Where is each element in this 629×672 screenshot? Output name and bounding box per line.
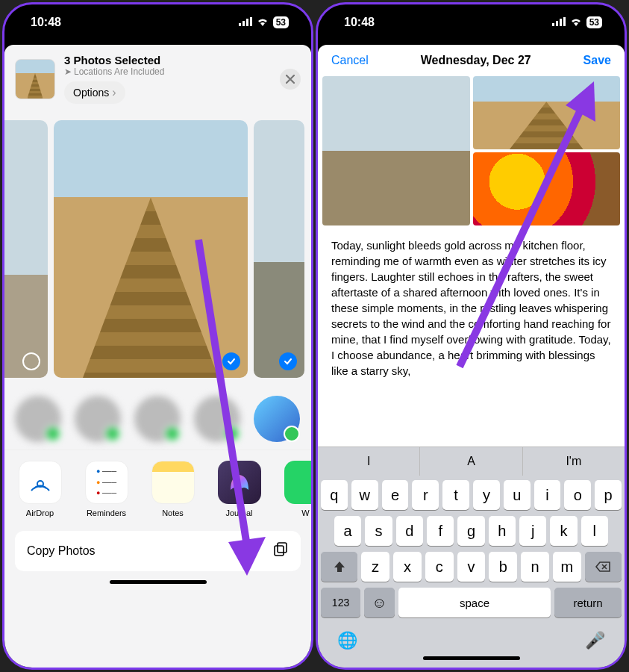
key-r[interactable]: r: [412, 480, 439, 510]
suggestion[interactable]: A: [420, 447, 522, 476]
contact-avatar[interactable]: [254, 396, 300, 442]
key-d[interactable]: d: [396, 516, 423, 546]
status-time: 10:48: [344, 16, 375, 29]
reminders-icon: ● ───● ───● ───: [85, 461, 128, 504]
key-f[interactable]: f: [427, 516, 454, 546]
share-subtitle: ➤ Locations Are Included: [64, 66, 271, 77]
selected-check-icon[interactable]: [222, 352, 240, 370]
entry-photo-grid[interactable]: [318, 76, 625, 225]
key-o[interactable]: o: [564, 480, 591, 510]
home-indicator[interactable]: [423, 656, 520, 660]
phone-right-journal-entry: 10:48 53 Cancel Wednesday, Dec 27 Save T…: [316, 2, 627, 670]
photo-selection-row[interactable]: [4, 113, 311, 388]
airdrop-contacts-row[interactable]: [4, 388, 311, 450]
keyboard-suggestions: I A I'm: [318, 447, 625, 476]
svg-rect-0: [239, 23, 241, 26]
svg-rect-5: [275, 546, 284, 556]
status-bar: 10:48 53: [4, 4, 311, 40]
svg-rect-7: [552, 23, 554, 26]
key-s[interactable]: s: [365, 516, 392, 546]
contact-avatar[interactable]: [134, 396, 181, 442]
entry-date-title: Wednesday, Dec 27: [421, 54, 531, 67]
journal-icon: [218, 461, 261, 504]
whatsapp-icon: [284, 461, 312, 504]
space-key[interactable]: space: [398, 588, 551, 617]
wifi-icon: [569, 16, 583, 29]
airdrop-icon: [19, 461, 62, 504]
numbers-key[interactable]: 123: [321, 588, 360, 617]
svg-rect-6: [278, 543, 287, 553]
key-u[interactable]: u: [504, 480, 531, 510]
key-b[interactable]: b: [489, 552, 517, 582]
battery-indicator: 53: [273, 16, 289, 28]
key-p[interactable]: p: [595, 480, 622, 510]
entry-text-body[interactable]: Today, sunlight bleeds gold across my ki…: [318, 225, 625, 447]
contact-avatar[interactable]: [194, 396, 240, 442]
app-airdrop[interactable]: AirDrop: [10, 461, 69, 517]
svg-rect-3: [250, 17, 252, 26]
suggestion[interactable]: I'm: [523, 447, 625, 476]
key-j[interactable]: j: [519, 516, 546, 546]
photo-thumbnail[interactable]: [254, 120, 304, 378]
key-w[interactable]: w: [351, 480, 378, 510]
save-button[interactable]: Save: [583, 54, 611, 67]
suggestion[interactable]: I: [318, 447, 420, 476]
key-l[interactable]: l: [581, 516, 608, 546]
key-g[interactable]: g: [457, 516, 484, 546]
location-arrow-icon: ➤: [64, 66, 72, 77]
entry-photo[interactable]: [322, 76, 470, 225]
journal-editor: Cancel Wednesday, Dec 27 Save Today, sun…: [318, 45, 625, 668]
status-bar: 10:48 53: [318, 4, 625, 40]
mic-icon[interactable]: 🎤: [585, 631, 605, 650]
copy-photos-action[interactable]: Copy Photos: [15, 531, 301, 571]
key-x[interactable]: x: [393, 552, 422, 582]
key-i[interactable]: i: [534, 480, 561, 510]
contact-avatar[interactable]: [15, 396, 61, 442]
contact-avatar[interactable]: [75, 396, 121, 442]
cancel-button[interactable]: Cancel: [331, 54, 369, 67]
keyboard: q w e r t y u i o p a s d f g h j k l: [318, 476, 625, 668]
key-m[interactable]: m: [553, 552, 581, 582]
key-h[interactable]: h: [489, 516, 516, 546]
emoji-key[interactable]: ☺: [364, 588, 395, 617]
unselected-indicator[interactable]: [22, 352, 40, 370]
status-time: 10:48: [31, 16, 61, 29]
photo-thumbnail[interactable]: [54, 120, 248, 378]
share-sheet: 3 Photos Selected ➤ Locations Are Includ…: [4, 45, 311, 668]
key-k[interactable]: k: [550, 516, 577, 546]
key-z[interactable]: z: [361, 552, 389, 582]
backspace-key[interactable]: [585, 552, 622, 582]
share-apps-row: AirDrop ● ───● ───● ─── Reminders Notes …: [4, 450, 311, 528]
svg-rect-8: [556, 21, 558, 26]
battery-indicator: 53: [586, 16, 602, 28]
app-reminders[interactable]: ● ───● ───● ─── Reminders: [77, 461, 136, 517]
options-button[interactable]: Options: [64, 81, 125, 104]
app-whatsapp[interactable]: W: [276, 461, 311, 517]
key-y[interactable]: y: [473, 480, 500, 510]
svg-rect-2: [246, 19, 248, 26]
share-title: 3 Photos Selected: [64, 54, 271, 66]
entry-photo[interactable]: [473, 76, 621, 149]
svg-rect-9: [560, 19, 562, 26]
key-a[interactable]: a: [334, 516, 361, 546]
wifi-icon: [256, 16, 269, 29]
app-notes[interactable]: Notes: [143, 461, 202, 517]
globe-icon[interactable]: 🌐: [337, 631, 357, 650]
key-e[interactable]: e: [382, 480, 409, 510]
key-t[interactable]: t: [442, 480, 469, 510]
home-indicator[interactable]: [110, 580, 207, 584]
key-n[interactable]: n: [521, 552, 549, 582]
key-c[interactable]: c: [425, 552, 454, 582]
svg-rect-1: [242, 21, 245, 26]
key-q[interactable]: q: [321, 480, 348, 510]
close-button[interactable]: [280, 69, 301, 90]
photo-thumbnail[interactable]: [4, 120, 48, 378]
app-journal[interactable]: Journal: [210, 461, 269, 517]
entry-photo[interactable]: [473, 152, 621, 225]
copy-icon: [272, 541, 289, 561]
shift-key[interactable]: [321, 552, 357, 582]
key-v[interactable]: v: [457, 552, 486, 582]
selected-check-icon[interactable]: [279, 352, 297, 370]
cellular-icon: [239, 16, 252, 29]
return-key[interactable]: return: [554, 588, 622, 617]
